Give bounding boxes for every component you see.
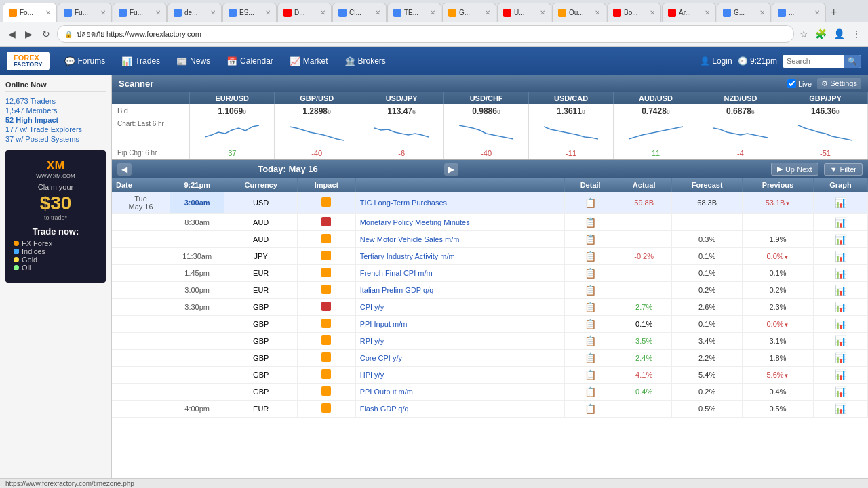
extensions-button[interactable]: 🧩 bbox=[814, 27, 828, 41]
graph-icon-3[interactable]: 📊 bbox=[835, 251, 846, 262]
profile-button[interactable]: 👤 bbox=[832, 27, 846, 41]
tab-7[interactable]: Cl... ✕ bbox=[332, 3, 387, 22]
tab-close-7[interactable]: ✕ bbox=[375, 9, 380, 16]
detail-icon-11[interactable]: 📋 bbox=[585, 386, 596, 397]
tab-close-4[interactable]: ✕ bbox=[210, 9, 216, 16]
sidebar-trade-explorers[interactable]: 177 w/ Trade Explorers bbox=[5, 125, 106, 134]
detail-icon-12[interactable]: 📋 bbox=[585, 403, 596, 414]
graph-icon-10[interactable]: 📊 bbox=[835, 369, 846, 380]
scanner-col-usdchf[interactable]: USD/CHF bbox=[444, 92, 529, 104]
tab-6[interactable]: D... ✕ bbox=[277, 3, 332, 22]
tab-close-13[interactable]: ✕ bbox=[705, 9, 710, 16]
forward-button[interactable]: ▶ bbox=[22, 27, 35, 41]
event-link-1[interactable]: Monetary Policy Meeting Minutes bbox=[360, 218, 470, 226]
detail-icon-8[interactable]: 📋 bbox=[585, 336, 596, 346]
ad-banner[interactable]: XM WWW.XM.COM Claim your $30 to trade* T… bbox=[5, 150, 106, 283]
event-link-3[interactable]: Tertiary Industry Activity m/m bbox=[360, 252, 455, 260]
reload-button[interactable]: ↻ bbox=[39, 27, 53, 41]
search-button[interactable]: 🔍 bbox=[844, 55, 861, 68]
tab-3[interactable]: Fu... ✕ bbox=[113, 3, 167, 22]
tab-close-9[interactable]: ✕ bbox=[485, 9, 490, 16]
bookmark-star-button[interactable]: ☆ bbox=[798, 27, 810, 41]
tab-5[interactable]: ES... ✕ bbox=[222, 3, 277, 22]
event-link-8[interactable]: RPI y/y bbox=[360, 337, 384, 345]
tab-close-12[interactable]: ✕ bbox=[650, 9, 655, 16]
tab-close-8[interactable]: ✕ bbox=[430, 9, 435, 16]
nav-forums[interactable]: 💬 Forums bbox=[56, 51, 114, 72]
graph-icon-0[interactable]: 📊 bbox=[835, 197, 846, 208]
nav-trades[interactable]: 📊 Trades bbox=[113, 51, 168, 72]
tab-close-6[interactable]: ✕ bbox=[320, 9, 326, 16]
scanner-col-usdcad[interactable]: USD/CAD bbox=[529, 92, 614, 104]
graph-icon-11[interactable]: 📊 bbox=[835, 386, 846, 397]
tab-close-3[interactable]: ✕ bbox=[155, 9, 161, 16]
graph-icon-1[interactable]: 📊 bbox=[835, 217, 846, 228]
detail-icon-7[interactable]: 📋 bbox=[585, 319, 596, 329]
scanner-col-gbpusd[interactable]: GBP/USD bbox=[275, 92, 359, 104]
graph-icon-4[interactable]: 📊 bbox=[835, 268, 846, 279]
graph-icon-5[interactable]: 📊 bbox=[835, 285, 846, 296]
event-link-12[interactable]: Flash GDP q/q bbox=[360, 405, 409, 413]
upnext-button[interactable]: ▶ Up Next bbox=[771, 163, 818, 176]
event-link-9[interactable]: Core CPI y/y bbox=[360, 354, 402, 362]
settings-button[interactable]: ⚙ Settings bbox=[817, 78, 861, 89]
tab-9[interactable]: G... ✕ bbox=[442, 3, 496, 22]
event-link-10[interactable]: HPI y/y bbox=[360, 371, 384, 379]
scanner-col-audusd[interactable]: AUD/USD bbox=[614, 92, 698, 104]
detail-icon-10[interactable]: 📋 bbox=[585, 369, 596, 380]
address-bar[interactable]: 🔒 ปลอดภัย https://www.forexfactory.com bbox=[57, 25, 794, 43]
scanner-col-gbpjpy[interactable]: GBP/JPY bbox=[783, 92, 867, 104]
tab-13[interactable]: Ar... ✕ bbox=[662, 3, 716, 22]
live-checkbox-input[interactable] bbox=[787, 79, 796, 88]
login-button[interactable]: 👤 Login bbox=[700, 56, 732, 66]
cal-prev-button[interactable]: ◀ bbox=[117, 163, 132, 176]
event-link-7[interactable]: PPI Input m/m bbox=[360, 320, 408, 328]
menu-button[interactable]: ⋮ bbox=[850, 27, 863, 41]
event-link-2[interactable]: New Motor Vehicle Sales m/m bbox=[360, 235, 460, 243]
scanner-col-eurusd[interactable]: EUR/USD bbox=[190, 92, 275, 104]
filter-button[interactable]: ▼ Filter bbox=[824, 163, 863, 176]
detail-icon-9[interactable]: 📋 bbox=[585, 352, 596, 363]
detail-icon-0[interactable]: 📋 bbox=[585, 197, 596, 208]
graph-icon-9[interactable]: 📊 bbox=[835, 352, 846, 363]
event-link-11[interactable]: PPI Output m/m bbox=[360, 388, 413, 396]
tab-8[interactable]: TE... ✕ bbox=[387, 3, 441, 22]
event-link-5[interactable]: Italian Prelim GDP q/q bbox=[360, 286, 434, 294]
detail-icon-4[interactable]: 📋 bbox=[585, 268, 596, 279]
cal-next-button[interactable]: ▶ bbox=[444, 163, 458, 176]
detail-icon-3[interactable]: 📋 bbox=[585, 251, 596, 262]
graph-icon-12[interactable]: 📊 bbox=[835, 403, 846, 414]
tab-close-11[interactable]: ✕ bbox=[595, 9, 600, 16]
nav-brokers[interactable]: 🏦 Brokers bbox=[336, 51, 394, 72]
detail-icon-5[interactable]: 📋 bbox=[585, 285, 596, 296]
sidebar-traders[interactable]: 12,673 Traders bbox=[5, 96, 106, 106]
tab-11[interactable]: Ou... ✕ bbox=[552, 3, 606, 22]
tab-close-5[interactable]: ✕ bbox=[265, 9, 271, 16]
scanner-col-usdjpy[interactable]: USD/JPY bbox=[359, 92, 444, 104]
tab-close-15[interactable]: ✕ bbox=[814, 9, 820, 16]
detail-icon-6[interactable]: 📋 bbox=[585, 302, 596, 312]
graph-icon-7[interactable]: 📊 bbox=[835, 319, 846, 329]
event-link-6[interactable]: CPI y/y bbox=[360, 303, 384, 311]
back-button[interactable]: ◀ bbox=[5, 27, 18, 41]
nav-calendar[interactable]: 📅 Calendar bbox=[218, 51, 281, 72]
graph-icon-8[interactable]: 📊 bbox=[835, 336, 846, 346]
tab-10[interactable]: U... ✕ bbox=[497, 3, 551, 22]
graph-icon-2[interactable]: 📊 bbox=[835, 234, 846, 245]
sidebar-members[interactable]: 1,547 Members bbox=[5, 106, 106, 115]
tab-2[interactable]: Fu... ✕ bbox=[58, 3, 112, 22]
tab-close-2[interactable]: ✕ bbox=[100, 9, 106, 16]
tab-15[interactable]: ... ✕ bbox=[772, 3, 826, 22]
detail-icon-1[interactable]: 📋 bbox=[585, 217, 596, 228]
search-input[interactable] bbox=[783, 55, 844, 67]
tab-close-14[interactable]: ✕ bbox=[760, 9, 765, 16]
tab-4[interactable]: de... ✕ bbox=[167, 3, 222, 22]
tab-close-1[interactable]: ✕ bbox=[45, 9, 51, 16]
scanner-col-nzdusd[interactable]: NZD/USD bbox=[698, 92, 783, 104]
event-link-4[interactable]: French Final CPI m/m bbox=[360, 269, 433, 277]
detail-icon-2[interactable]: 📋 bbox=[585, 234, 596, 245]
sidebar-posted-systems[interactable]: 37 w/ Posted Systems bbox=[5, 134, 106, 144]
tab-12[interactable]: Bo... ✕ bbox=[607, 3, 661, 22]
tab-1[interactable]: Fo... ✕ bbox=[3, 3, 57, 22]
nav-news[interactable]: 📰 News bbox=[168, 51, 218, 72]
